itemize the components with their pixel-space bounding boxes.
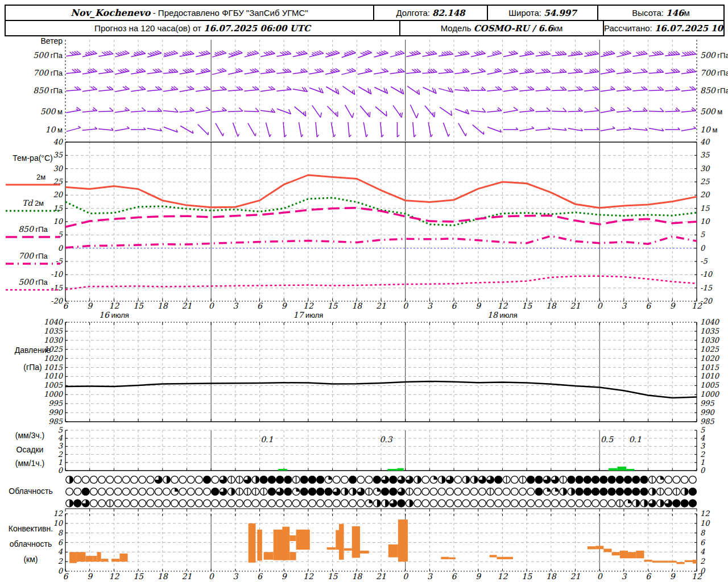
svg-text:6: 6: [257, 301, 263, 310]
svg-text:500 гПа: 500 гПа: [700, 51, 728, 60]
svg-text:21: 21: [182, 572, 192, 581]
svg-text:9: 9: [475, 301, 481, 310]
svg-text:1025: 1025: [44, 345, 63, 354]
svg-text:1: 1: [58, 458, 63, 467]
svg-text:15: 15: [700, 204, 710, 213]
svg-text:9: 9: [475, 572, 481, 581]
svg-text:21: 21: [570, 301, 581, 310]
svg-text:12: 12: [498, 301, 508, 310]
svg-text:21: 21: [376, 572, 386, 581]
svg-text:5: 5: [700, 426, 705, 434]
svg-text:0.1: 0.1: [260, 435, 273, 444]
svg-text:10: 10: [53, 217, 63, 226]
svg-text:40: 40: [700, 138, 710, 146]
svg-text:15: 15: [133, 301, 144, 310]
svg-text:850 гПа: 850 гПа: [33, 86, 63, 95]
svg-text:5: 5: [700, 230, 705, 239]
svg-text:0: 0: [597, 301, 603, 310]
svg-text:500 м: 500 м: [40, 107, 63, 116]
svg-text:1025: 1025: [700, 345, 719, 354]
svg-text:-15: -15: [51, 284, 63, 292]
svg-text:12: 12: [700, 509, 710, 518]
svg-text:Td 2м: Td 2м: [22, 198, 44, 207]
svg-text:3: 3: [58, 442, 64, 450]
svg-text:0.3: 0.3: [379, 435, 392, 444]
svg-text:12: 12: [303, 572, 314, 581]
svg-text:30: 30: [53, 164, 63, 173]
svg-text:2: 2: [700, 557, 705, 566]
svg-text:2: 2: [58, 557, 63, 566]
svg-text:17 июля: 17 июля: [293, 310, 324, 319]
svg-text:15: 15: [522, 301, 532, 310]
svg-text:6: 6: [452, 572, 457, 581]
svg-text:-10: -10: [700, 270, 713, 278]
svg-text:1: 1: [700, 458, 705, 467]
svg-text:990: 990: [48, 408, 64, 417]
svg-text:0: 0: [209, 301, 214, 310]
meteogram-plot-canvas: 6699121215151818212100336699121215151818…: [0, 0, 728, 582]
svg-text:6: 6: [63, 301, 69, 310]
svg-text:15: 15: [328, 572, 338, 581]
svg-text:6: 6: [452, 301, 457, 310]
svg-text:0: 0: [700, 567, 706, 575]
svg-text:500 гПа: 500 гПа: [33, 51, 63, 60]
svg-text:700 гПа: 700 гПа: [700, 68, 728, 77]
svg-text:10: 10: [53, 519, 63, 527]
svg-text:20: 20: [53, 190, 63, 199]
svg-text:18: 18: [158, 301, 168, 310]
svg-text:10: 10: [700, 217, 710, 226]
svg-text:500 гПа: 500 гПа: [18, 277, 48, 286]
svg-text:0: 0: [403, 572, 408, 581]
svg-text:35: 35: [700, 151, 710, 159]
svg-text:1030: 1030: [700, 336, 720, 344]
svg-text:4: 4: [700, 434, 705, 442]
svg-text:700 гПа: 700 гПа: [33, 68, 63, 77]
svg-text:8: 8: [700, 529, 706, 537]
svg-text:0.1: 0.1: [629, 435, 642, 444]
svg-text:21: 21: [376, 301, 386, 310]
svg-text:4: 4: [700, 547, 705, 556]
svg-text:0: 0: [597, 572, 603, 581]
svg-text:9: 9: [670, 301, 676, 310]
svg-text:18: 18: [546, 572, 557, 581]
svg-text:18: 18: [546, 301, 557, 310]
svg-text:3: 3: [621, 301, 627, 310]
svg-text:18 июля: 18 июля: [487, 310, 518, 319]
svg-text:35: 35: [53, 151, 63, 159]
svg-text:1020: 1020: [700, 354, 720, 363]
svg-text:995: 995: [48, 399, 63, 408]
svg-text:2: 2: [700, 450, 705, 459]
svg-text:12: 12: [109, 301, 119, 310]
svg-text:700 гПа: 700 гПа: [18, 251, 48, 260]
svg-text:40: 40: [53, 138, 63, 146]
svg-text:0.5: 0.5: [601, 435, 614, 444]
svg-text:9: 9: [282, 572, 287, 581]
svg-text:6: 6: [646, 301, 651, 310]
svg-text:12: 12: [303, 301, 314, 310]
svg-text:21: 21: [182, 301, 192, 310]
svg-text:500 м: 500 м: [700, 107, 722, 116]
svg-text:995: 995: [700, 399, 715, 408]
svg-text:1000: 1000: [700, 390, 720, 398]
svg-text:6: 6: [700, 538, 706, 547]
svg-text:18: 18: [351, 572, 362, 581]
svg-text:0: 0: [700, 244, 706, 252]
svg-text:6: 6: [63, 572, 69, 581]
svg-text:18: 18: [158, 572, 168, 581]
svg-text:850 гПа: 850 гПа: [700, 86, 728, 95]
svg-text:3: 3: [621, 572, 627, 581]
svg-text:0: 0: [209, 572, 214, 581]
svg-text:25: 25: [700, 177, 710, 186]
meteogram-page: Nov_Kochenevo - Предоставлено ФГБУ "ЗапС…: [0, 0, 728, 582]
svg-text:3: 3: [233, 572, 238, 581]
svg-text:9: 9: [670, 572, 676, 581]
svg-text:-10: -10: [51, 270, 64, 278]
svg-text:0: 0: [58, 244, 64, 252]
svg-text:1010: 1010: [700, 372, 720, 380]
svg-text:-15: -15: [700, 284, 713, 292]
svg-text:1000: 1000: [44, 390, 64, 398]
svg-text:3: 3: [427, 301, 433, 310]
svg-text:985: 985: [48, 417, 63, 426]
svg-text:0: 0: [58, 466, 64, 475]
svg-text:1035: 1035: [700, 327, 719, 335]
